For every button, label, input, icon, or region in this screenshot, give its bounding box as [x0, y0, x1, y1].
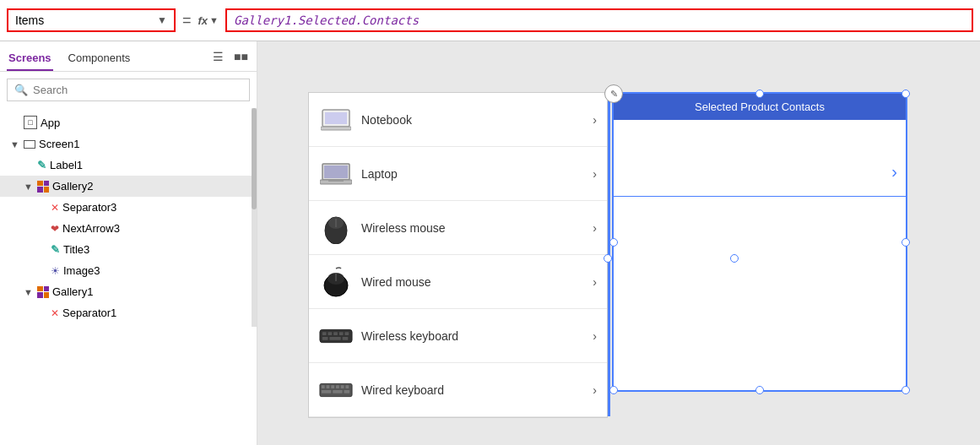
- formula-bar[interactable]: Gallery1.Selected.Contacts: [225, 8, 973, 32]
- gallery-row-wired-mouse[interactable]: Wired mouse ›: [309, 255, 607, 309]
- search-box: 🔍: [7, 79, 250, 101]
- contacts-panel[interactable]: ✎ Selected Product Contacts ›: [612, 92, 907, 392]
- tree: □ App ▼ Screen1 ✎ Label1 ▼: [0, 108, 257, 327]
- svg-rect-1: [325, 112, 347, 124]
- tabs-bar: Screens Components ☰ ■■: [0, 41, 257, 72]
- gallery-row-laptop[interactable]: Laptop ›: [309, 147, 607, 201]
- gallery2-right-handle[interactable]: [604, 254, 612, 263]
- edit-handle-topleft[interactable]: ✎: [604, 84, 623, 103]
- property-dropdown-icon[interactable]: ▼: [157, 14, 167, 26]
- wireless-keyboard-image: [319, 322, 353, 350]
- nextarrow3-icon: ❤: [51, 223, 59, 235]
- app-icon: □: [24, 116, 37, 129]
- tree-item-separator1[interactable]: ✕ Separator1: [0, 302, 257, 323]
- gallery-row-wireless-mouse[interactable]: Wireless mouse ›: [309, 201, 607, 255]
- wireless-keyboard-name: Wireless keyboard: [361, 329, 584, 343]
- formula-dropdown-icon[interactable]: ▼: [209, 15, 219, 25]
- gallery2-icon: [37, 181, 49, 193]
- title3-label: Title3: [63, 243, 89, 256]
- resize-handle-topright[interactable]: [901, 90, 910, 98]
- wired-keyboard-name: Wired keyboard: [361, 383, 584, 397]
- gallery1-label: Gallery1: [52, 285, 93, 298]
- notebook-name: Notebook: [361, 113, 584, 127]
- tree-item-app[interactable]: □ App: [0, 111, 257, 133]
- svg-rect-25: [331, 385, 334, 388]
- svg-rect-23: [322, 385, 325, 388]
- wireless-mouse-chevron: ›: [593, 221, 597, 235]
- tree-item-title3[interactable]: ✎ Title3: [0, 239, 257, 260]
- tab-components[interactable]: Components: [67, 46, 133, 71]
- topbar: Items ▼ = fx ▼ Gallery1.Selected.Contact…: [0, 0, 980, 41]
- separator3-label: Separator3: [62, 201, 116, 214]
- contacts-header-text: Selected Product Contacts: [695, 100, 825, 113]
- wireless-mouse-name: Wireless mouse: [361, 221, 584, 235]
- screen1-label: Screen1: [39, 138, 79, 150]
- separator1-icon: ✕: [51, 307, 59, 319]
- svg-rect-30: [333, 390, 342, 393]
- contacts-left-handle[interactable]: [730, 254, 739, 263]
- tree-item-gallery1[interactable]: ▼ Gallery1: [0, 281, 257, 302]
- expand-icon-gallery1: ▼: [24, 287, 34, 297]
- laptop-name: Laptop: [361, 167, 584, 181]
- main-layout: Screens Components ☰ ■■ 🔍 □ App: [0, 41, 980, 445]
- svg-rect-24: [327, 385, 330, 388]
- list-view-icon[interactable]: ☰: [211, 48, 225, 65]
- gallery2-container[interactable]: Notebook › Laptop ›: [308, 92, 608, 418]
- svg-rect-2: [321, 127, 351, 130]
- tree-item-image3[interactable]: ☀ Image3: [0, 260, 257, 281]
- resize-handle-top[interactable]: [755, 90, 764, 98]
- svg-rect-4: [324, 166, 348, 178]
- tree-item-separator3[interactable]: ✕ Separator3: [0, 197, 257, 218]
- svg-rect-17: [339, 332, 344, 335]
- svg-rect-20: [329, 336, 340, 339]
- tree-item-gallery2[interactable]: ▼ Gallery2: [0, 176, 257, 197]
- svg-rect-27: [341, 385, 344, 388]
- gallery-row-notebook[interactable]: Notebook ›: [309, 93, 607, 147]
- laptop-chevron: ›: [593, 167, 597, 181]
- search-icon: 🔍: [14, 84, 28, 96]
- wired-mouse-image: [319, 268, 353, 296]
- expand-icon-screen1: ▼: [10, 139, 20, 149]
- wired-mouse-name: Wired mouse: [361, 275, 584, 289]
- svg-rect-28: [345, 385, 349, 388]
- gallery-row-wired-keyboard[interactable]: Wired keyboard ›: [309, 363, 607, 417]
- separator1-label: Separator1: [62, 307, 116, 319]
- formula-text: Gallery1.Selected.Contacts: [234, 14, 419, 27]
- separator3-icon: ✕: [51, 202, 59, 214]
- app-label: App: [41, 117, 60, 129]
- svg-rect-15: [328, 332, 332, 335]
- wired-keyboard-chevron: ›: [593, 383, 597, 397]
- tab-screens[interactable]: Screens: [7, 46, 53, 71]
- wired-mouse-chevron: ›: [593, 275, 597, 289]
- fx-icon: fx: [198, 14, 208, 27]
- gallery-row-wireless-keyboard[interactable]: Wireless keyboard ›: [309, 309, 607, 363]
- formula-icon-group: fx ▼: [198, 14, 219, 27]
- wireless-mouse-image: [319, 214, 353, 242]
- tree-item-nextarrow3[interactable]: ❤ NextArrow3: [0, 218, 257, 239]
- grid-view-icon[interactable]: ■■: [232, 48, 250, 65]
- svg-rect-18: [344, 332, 349, 335]
- left-scrollbar-thumb[interactable]: [252, 108, 257, 209]
- expand-icon-gallery2: ▼: [24, 182, 34, 192]
- property-name-text: Items: [15, 14, 44, 27]
- canvas: Notebook › Laptop ›: [257, 41, 980, 445]
- property-name-box[interactable]: Items ▼: [7, 8, 176, 32]
- svg-rect-26: [336, 385, 339, 388]
- tree-wrapper: □ App ▼ Screen1 ✎ Label1 ▼: [0, 108, 257, 327]
- gallery1-icon: [37, 286, 49, 298]
- image3-label: Image3: [63, 264, 100, 277]
- svg-rect-21: [343, 336, 349, 339]
- notebook-chevron: ›: [593, 113, 597, 127]
- left-scrollbar[interactable]: [252, 108, 257, 327]
- label-icon: ✎: [37, 159, 46, 171]
- tree-item-screen1[interactable]: ▼ Screen1: [0, 133, 257, 155]
- wireless-keyboard-chevron: ›: [593, 329, 597, 343]
- tree-item-label1[interactable]: ✎ Label1: [0, 155, 257, 176]
- image3-icon: ☀: [51, 265, 60, 277]
- search-input[interactable]: [33, 84, 242, 96]
- contacts-inner-chevron: ›: [891, 162, 897, 182]
- contacts-body: ›: [614, 120, 906, 390]
- tab-icon-group: ☰ ■■: [211, 48, 250, 70]
- contacts-divider: [614, 196, 906, 197]
- notebook-image: [319, 106, 353, 134]
